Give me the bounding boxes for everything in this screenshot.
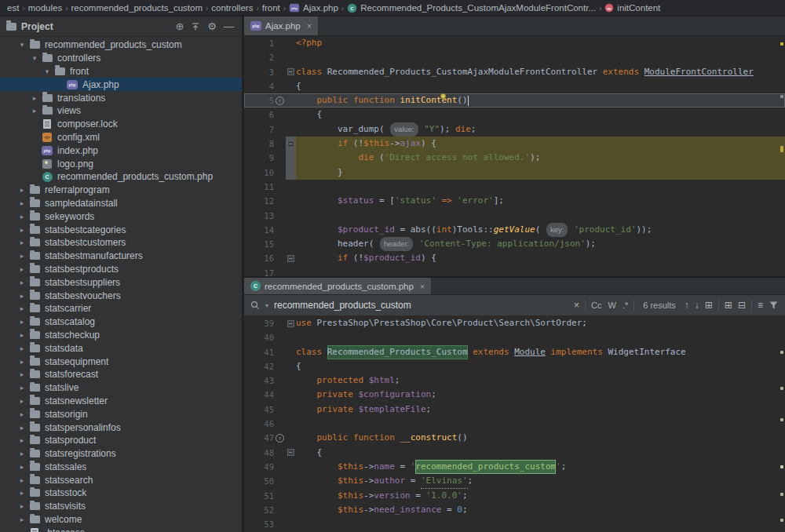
code-line[interactable]: 6 { xyxy=(244,107,785,122)
tree-item[interactable]: ▸statssearch xyxy=(0,473,242,486)
breadcrumb-item[interactable]: controllers xyxy=(209,0,255,16)
fold-icon[interactable]: − xyxy=(287,68,294,75)
code-line[interactable]: 49 $this->name = 'recommended_products_c… xyxy=(244,460,785,474)
code-line[interactable]: 40 xyxy=(244,330,785,344)
tree-item[interactable]: ▸statsbestproducts xyxy=(0,263,242,276)
regex-toggle[interactable]: .* xyxy=(623,301,628,310)
tree-item[interactable]: ▸statsbestvouchers xyxy=(0,289,242,302)
fold-icon[interactable]: − xyxy=(287,320,294,327)
tree-item[interactable]: ▸statsbestcategories xyxy=(0,223,242,236)
find-all-icon[interactable]: ⊞ xyxy=(705,300,713,311)
close-tab-icon[interactable]: × xyxy=(420,282,425,291)
tree-item[interactable]: ▸statsproduct xyxy=(0,434,242,447)
code-line[interactable]: 11 xyxy=(244,180,785,194)
exclude-occurrence-icon[interactable]: ⊟ xyxy=(738,300,746,311)
tree-item[interactable]: ▾controllers xyxy=(0,52,242,65)
code-line[interactable]: 53 xyxy=(244,517,785,531)
tree-item[interactable]: ▸statssales xyxy=(0,461,242,474)
tree-item[interactable]: ▸statsorigin xyxy=(0,407,242,421)
tree-item[interactable]: ▸referralprogram xyxy=(0,184,242,197)
code-editor-top[interactable]: 1<?php23−class Recommended_Products_Cust… xyxy=(244,36,785,276)
tree-item[interactable]: ▸statsbestmanufacturers xyxy=(0,250,242,263)
code-line[interactable]: 10 } xyxy=(244,166,785,180)
tree-item[interactable]: ▸views xyxy=(0,104,242,118)
code-line[interactable]: 8− if (!$this->ajax) { xyxy=(244,137,785,151)
close-tab-icon[interactable]: × xyxy=(307,21,312,31)
tree-item[interactable]: ▸statsregistrations xyxy=(0,447,242,461)
code-line[interactable]: 15 header( header: 'Content-Type: applic… xyxy=(244,237,785,251)
tree-item[interactable]: composer.lock xyxy=(0,118,242,131)
tree-item[interactable]: ▸statspersonalinfos xyxy=(0,421,242,434)
tree-item[interactable]: recommended_products_custom.php xyxy=(0,170,242,184)
next-occurrence-icon[interactable]: ↓ xyxy=(695,300,699,311)
override-marker-icon[interactable]: ↑ xyxy=(276,97,284,105)
search-history-chevron-icon[interactable]: ▾ xyxy=(265,302,268,309)
breadcrumb-item[interactable]: initContent xyxy=(602,0,663,16)
locate-file-icon[interactable]: ⊕ xyxy=(175,20,184,32)
tree-item[interactable]: ▸statsbestsuppliers xyxy=(0,275,242,289)
tree-item[interactable]: ▸sekeywords xyxy=(0,210,242,223)
override-marker-icon[interactable]: ↑ xyxy=(276,434,284,443)
clear-search-icon[interactable]: × xyxy=(574,300,579,311)
code-line[interactable]: 42{ xyxy=(244,359,785,373)
search-input[interactable]: recommended_products_custom xyxy=(274,300,411,311)
code-line[interactable]: 5↑ public function initContent() xyxy=(244,93,785,107)
tree-item[interactable]: ▸statslive xyxy=(0,381,242,395)
fold-icon[interactable]: − xyxy=(287,140,294,148)
code-line[interactable]: 13 xyxy=(244,209,785,223)
code-line[interactable]: 9 die ('Direct access not allowed.'); xyxy=(244,151,785,165)
tree-item[interactable]: ▾front xyxy=(0,65,242,78)
breadcrumb-item[interactable]: recommended_products_custom xyxy=(69,0,205,16)
tree-item[interactable]: ▸statsequipment xyxy=(0,355,242,368)
fold-icon[interactable]: − xyxy=(287,449,294,456)
code-line[interactable]: 14 $product_id = abs((int)Tools::getValu… xyxy=(244,223,785,237)
hide-panel-icon[interactable]: — xyxy=(224,20,234,32)
tree-item[interactable]: ▸statsstock xyxy=(0,486,242,500)
code-line[interactable]: 48− { xyxy=(244,446,785,460)
tree-item[interactable]: .htaccess xyxy=(0,526,242,532)
tree-item[interactable]: ▸sampledatainstall xyxy=(0,197,242,210)
filter-lines-icon[interactable]: ≡ xyxy=(758,300,763,311)
error-stripe-mark[interactable] xyxy=(780,42,783,46)
collapse-all-icon[interactable] xyxy=(191,22,200,31)
code-line[interactable]: 4{ xyxy=(244,79,785,93)
code-line[interactable]: 17 xyxy=(244,266,785,276)
error-stripe-mark[interactable] xyxy=(780,95,783,98)
error-stripe-mark[interactable] xyxy=(780,146,783,152)
tree-item[interactable]: ▾recommended_products_custom xyxy=(0,38,242,52)
code-line[interactable]: 12 $status = ['status' => 'error']; xyxy=(244,194,785,208)
tree-item[interactable]: index.php xyxy=(0,144,242,157)
tab-recommended-products-custom-php[interactable]: recommended_products_custom.php × xyxy=(244,278,432,294)
code-line[interactable]: 52 $this->need_instance = 0; xyxy=(244,503,785,517)
tree-item[interactable]: ▸statsvisits xyxy=(0,500,242,513)
tree-item[interactable]: config.xml xyxy=(0,131,242,144)
tree-item[interactable]: ▸statscatalog xyxy=(0,315,242,329)
code-line[interactable]: 47↑ public function __construct() xyxy=(244,431,785,445)
tree-item[interactable]: ▸statsdata xyxy=(0,341,242,355)
tree-item[interactable]: ▸statscheckup xyxy=(0,329,242,342)
settings-gear-icon[interactable]: ⚙ xyxy=(207,20,217,32)
filter-funnel-icon[interactable] xyxy=(769,301,779,310)
code-line[interactable]: 41class Recommended_Products_Custom exte… xyxy=(244,345,785,359)
match-case-toggle[interactable]: Cc xyxy=(591,301,601,310)
tree-item[interactable]: ▸welcome xyxy=(0,513,242,527)
prev-occurrence-icon[interactable]: ↑ xyxy=(685,300,689,311)
breadcrumb-item[interactable]: Recommended_Products_CustomAjaxModuleFro… xyxy=(345,0,598,16)
search-stripe-mark[interactable] xyxy=(780,493,783,496)
add-occurrence-icon[interactable]: ⊞ xyxy=(725,300,732,311)
tree-item[interactable]: ▸translations xyxy=(0,91,242,104)
tree-item[interactable]: ▸statscarrier xyxy=(0,302,242,315)
breadcrumb-item[interactable]: modules xyxy=(26,0,64,16)
search-stripe-mark[interactable] xyxy=(780,351,783,354)
code-line[interactable]: 50 $this->author = 'Elvinas'; xyxy=(244,474,785,488)
search-stripe-mark[interactable] xyxy=(780,519,783,522)
code-line[interactable]: 2 xyxy=(244,50,785,64)
tree-item[interactable]: logo.png xyxy=(0,157,242,170)
tree-item[interactable]: ▸statsnewsletter xyxy=(0,395,242,408)
tree-item[interactable]: Ajax.php xyxy=(0,78,242,91)
code-line[interactable]: 51 $this->version = '1.0.0'; xyxy=(244,489,785,503)
code-editor-bottom[interactable]: 39−use PrestaShop\PrestaShop\Core\Produc… xyxy=(244,316,785,532)
code-line[interactable]: 43 protected $html; xyxy=(244,373,785,388)
breadcrumb-item[interactable]: front xyxy=(260,0,283,16)
tree-item[interactable]: ▸statsbestcustomers xyxy=(0,236,242,250)
